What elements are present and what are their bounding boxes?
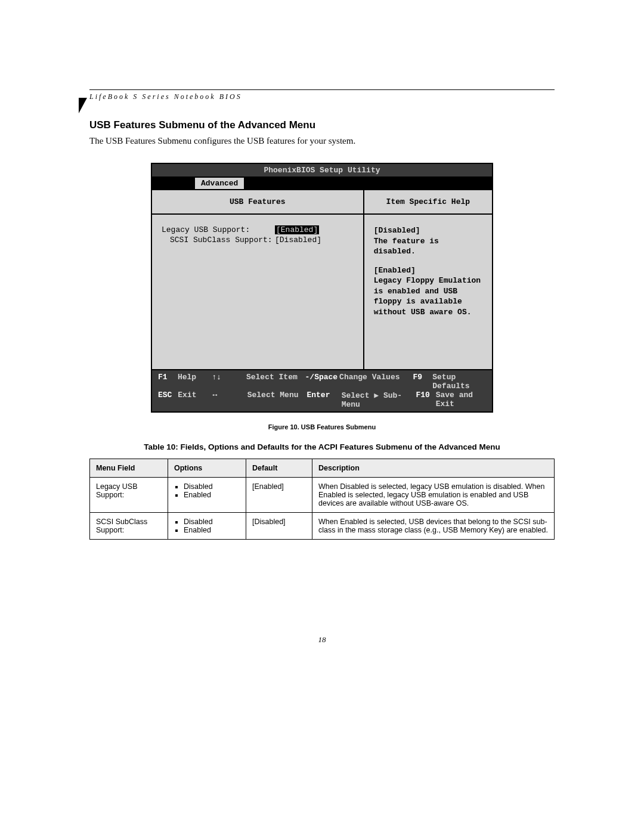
footer-action: Select ▶ Sub-Menu (342, 391, 416, 409)
bios-settings: Legacy USB Support: [Enabled] SCSI SubCl… (152, 215, 363, 369)
table-caption: Table 10: Fields, Options and Defaults f… (89, 442, 555, 451)
bios-footer-row: F1 Help ↑↓ Select Item -/Space Change Va… (158, 373, 486, 391)
running-head-text: LifeBook S Series Notebook BIOS (89, 92, 555, 101)
table-header-row: Menu Field Options Default Description (90, 459, 555, 478)
bios-left-pane: USB Features Legacy USB Support: [Enable… (152, 190, 364, 369)
bios-footer-row: ESC Exit ↔ Select Menu Enter Select ▶ Su… (158, 391, 486, 409)
table-row: SCSI SubClass Support: Disabled Enabled … (90, 513, 555, 540)
footer-key: F9 (413, 373, 432, 391)
help-line: Legacy Floppy Emulation (374, 275, 482, 286)
footer-action: Exit (178, 391, 212, 409)
bios-title: PhoenixBIOS Setup Utility (152, 164, 492, 178)
footer-action: Help (178, 373, 212, 391)
cell-default: [Disabled] (246, 513, 312, 540)
help-line: is enabled and USB (374, 286, 482, 297)
setting-row[interactable]: Legacy USB Support: [Enabled] (162, 225, 354, 234)
footer-action: Save and Exit (436, 391, 486, 409)
cell-options: Disabled Enabled (168, 478, 246, 513)
page: LifeBook S Series Notebook BIOS USB Feat… (89, 89, 555, 668)
footer-action: Select Item (246, 373, 305, 391)
footer-key: -/Space (305, 373, 340, 391)
help-line: [Disabled] (374, 225, 482, 236)
footer-action: Change Values (339, 373, 413, 391)
help-line: floppy is available (374, 296, 482, 307)
option-item: Enabled (184, 526, 240, 534)
setting-value[interactable]: [Disabled] (275, 236, 321, 244)
col-default: Default (246, 459, 312, 478)
footer-key: ↔ (212, 391, 247, 409)
footer-action: Select Menu (247, 391, 307, 409)
cell-default: [Enabled] (246, 478, 312, 513)
bios-tab-advanced[interactable]: Advanced (195, 178, 244, 189)
setting-label: SCSI SubClass Support: (170, 236, 275, 244)
help-line: without USB aware OS. (374, 307, 482, 318)
footer-key: Enter (306, 391, 341, 409)
bios-help-content: [Disabled] The feature is disabled. [Ena… (364, 215, 492, 369)
help-line: The feature is disabled. (374, 236, 482, 257)
setting-row[interactable]: SCSI SubClass Support: [Disabled] (162, 236, 354, 244)
section-title: USB Features Submenu of the Advanced Men… (89, 119, 555, 131)
col-menu-field: Menu Field (90, 459, 168, 478)
setting-label: Legacy USB Support: (162, 225, 275, 234)
figure-caption: Figure 10. USB Features Submenu (89, 423, 555, 431)
cell-description: When Disabled is selected, legacy USB em… (312, 478, 555, 513)
footer-key: ↑↓ (212, 373, 246, 391)
option-item: Disabled (184, 482, 240, 491)
bios-help-title: Item Specific Help (364, 190, 492, 215)
col-options: Options (168, 459, 246, 478)
option-item: Enabled (184, 491, 240, 499)
help-line-blank (374, 257, 482, 265)
bios-footer: F1 Help ↑↓ Select Item -/Space Change Va… (152, 369, 492, 411)
col-description: Description (312, 459, 555, 478)
help-line: [Enabled] (374, 265, 482, 276)
header-triangle-icon (79, 98, 87, 113)
cell-field: SCSI SubClass Support: (90, 513, 168, 540)
cell-description: When Enabled is selected, USB devices th… (312, 513, 555, 540)
setting-value[interactable]: [Enabled] (275, 225, 319, 234)
footer-key: F1 (158, 373, 178, 391)
bios-body: USB Features Legacy USB Support: [Enable… (152, 189, 492, 369)
running-head: LifeBook S Series Notebook BIOS (89, 89, 555, 101)
bios-window: PhoenixBIOS Setup Utility Advanced USB F… (151, 163, 493, 413)
cell-options: Disabled Enabled (168, 513, 246, 540)
bios-menubar: Advanced (152, 178, 492, 189)
page-number: 18 (89, 635, 555, 668)
option-item: Disabled (184, 518, 240, 526)
table-row: Legacy USB Support: Disabled Enabled [En… (90, 478, 555, 513)
spec-table: Menu Field Options Default Description L… (89, 459, 555, 540)
footer-key: ESC (158, 391, 178, 409)
footer-key: F10 (416, 391, 435, 409)
bios-left-title: USB Features (152, 190, 363, 215)
footer-action: Setup Defaults (432, 373, 486, 391)
cell-field: Legacy USB Support: (90, 478, 168, 513)
bios-right-pane: Item Specific Help [Disabled] The featur… (364, 190, 492, 369)
intro-paragraph: The USB Features Submenu configures the … (89, 136, 555, 146)
